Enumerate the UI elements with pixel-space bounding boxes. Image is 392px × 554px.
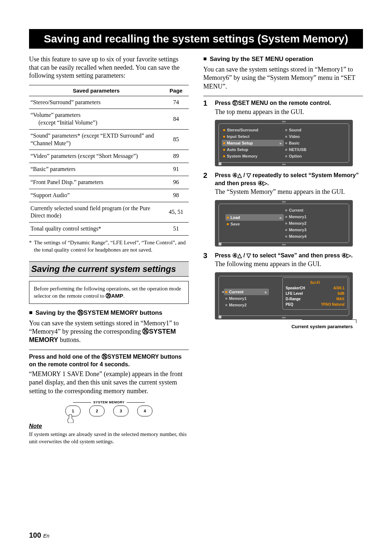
circled-num-icon: ④ xyxy=(232,252,237,258)
table-row: “Basic” parameters91 xyxy=(29,163,189,176)
step-instruction: Press ④△ / ▽ to select “Save” and then p… xyxy=(215,252,363,260)
gui-menu-item: Memory3 xyxy=(284,227,346,233)
finger-press-icon xyxy=(67,414,74,423)
circled-num-icon: ㉖ xyxy=(102,354,107,360)
mem-buttons-label: SYSTEM MEMORY xyxy=(65,400,152,404)
section-title: Saving the current system settings xyxy=(29,261,189,277)
gui-menu-item: Sound xyxy=(284,127,346,133)
instruction: Press and hold one of the ㉖SYSTEM MEMORY… xyxy=(29,353,189,368)
gui-screenshot-top-menu: Stereo/Surround Input Select Manual Setu… xyxy=(215,120,353,166)
right-column: ■ Saving by the SET MENU operation You c… xyxy=(203,55,363,445)
left-column: Use this feature to save up to six of yo… xyxy=(29,55,189,445)
step-text: The “System Memory” menu appears in the … xyxy=(215,188,363,196)
page-banner: Saving and recalling the system settings… xyxy=(29,29,363,49)
down-triangle-icon: ▽ xyxy=(246,252,251,258)
gui-menu-item: Auto Setup xyxy=(222,146,284,153)
cell-param: “Stereo/Surround” parameters xyxy=(29,96,163,109)
system-memory-buttons-diagram: SYSTEM MEMORY 1 2 3 4 xyxy=(65,400,152,416)
footnote-star: * xyxy=(29,239,32,253)
step-number: 2 xyxy=(203,171,210,196)
gui-menu-item: Option xyxy=(284,153,346,159)
table-row: Currently selected sound field program (… xyxy=(29,202,189,223)
home-icon xyxy=(219,243,221,245)
down-triangle-icon: ▽ xyxy=(246,172,251,178)
table-row: “Stereo/Surround” parameters74 xyxy=(29,96,189,109)
gui-menu-item: NET/USB xyxy=(284,146,346,153)
table-row: “Sound” parameters* (except “EXTD Surrou… xyxy=(29,129,189,150)
cell-param: “Volume” parameters(except “Initial Volu… xyxy=(29,109,163,130)
gui-menu-item: Basic xyxy=(284,140,346,146)
gui-menu-item: Memory4 xyxy=(284,233,346,240)
cell-page: 89 xyxy=(163,150,189,163)
th-params: Saved parameters xyxy=(29,85,163,96)
up-triangle-icon: △ xyxy=(237,172,242,178)
chevron-right-icon: ▸ xyxy=(265,290,267,294)
chevron-right-icon: ▸ xyxy=(280,141,282,145)
gui-menu-item: Memory1 xyxy=(284,213,346,220)
gui-screenshot-save: ◂ Current▸ Memory1 Memory2 Sci-Fi Speake… xyxy=(215,272,353,319)
cell-page: 91 xyxy=(163,163,189,176)
cell-param: “Sound” parameters* (except “EXTD Surrou… xyxy=(29,129,163,150)
gui-menu-item: Memory2 xyxy=(224,302,269,308)
gui-menu-item: Current xyxy=(284,207,346,213)
note-text: If system settings are already saved in … xyxy=(29,431,189,445)
cell-param: “Video” parameters (except “Short Messag… xyxy=(29,150,163,163)
gui-menu-item: Save xyxy=(225,221,284,227)
gui-menu-item-selected: Load▸ xyxy=(225,214,284,221)
cell-param: Currently selected sound field program (… xyxy=(29,202,163,223)
circled-num-icon: ⑰ xyxy=(232,100,238,106)
cell-param: Tonal quality control settings* xyxy=(29,223,163,236)
circled-num-icon: ㉖ xyxy=(77,309,83,316)
up-triangle-icon: △ xyxy=(237,252,242,258)
step-text: The top menu appears in the GUI. xyxy=(215,108,363,116)
subheading-system-memory-buttons: ■ Saving by the ㉖SYSTEM MEMORY buttons xyxy=(29,309,189,317)
note-box: Before performing the following operatio… xyxy=(29,281,189,304)
cell-page: 98 xyxy=(163,189,189,202)
gui-menu-item: Stereo/Surround xyxy=(222,127,284,133)
cell-page: 84 xyxy=(163,109,189,130)
cell-param: “Basic” parameters xyxy=(29,163,163,176)
step-2: 2 Press ④△ / ▽ repeatedly to select “Sys… xyxy=(203,171,363,196)
cell-param: “Support Audio” xyxy=(29,189,163,202)
square-bullet-icon: ■ xyxy=(203,56,207,63)
chevron-left-icon: ◂ xyxy=(222,289,224,293)
gui-menu-item: Memory2 xyxy=(284,220,346,227)
square-bullet-icon: ■ xyxy=(29,310,33,317)
params-table: Saved parameters Page “Stereo/Surround” … xyxy=(29,85,189,236)
chevron-right-icon: ▸ xyxy=(280,215,282,219)
cell-page: 96 xyxy=(163,176,189,189)
gui-menu-item-selected: Manual Setup▸ xyxy=(222,140,284,146)
circled-num-icon: ⑳ xyxy=(106,293,111,299)
gui-info-panel: Sci-Fi SpeakerCH4/3/0.1 LFE Level0dB D-R… xyxy=(282,277,348,310)
home-icon xyxy=(219,315,221,318)
footnote-text: The settings of “Dynamic Range”, “LFE Le… xyxy=(34,239,189,253)
cell-page: 51 xyxy=(163,223,189,236)
cell-page: 45, 51 xyxy=(163,202,189,223)
memory-button-2: 2 xyxy=(89,406,105,416)
step-1: 1 Press ⑰SET MENU on the remote control.… xyxy=(203,99,363,116)
step-text: The following menu appears in the GUI. xyxy=(215,260,363,268)
gui-menu-item: Video xyxy=(284,133,346,140)
note-label: Note xyxy=(29,423,189,429)
gui-menu-item-selected: Current▸ xyxy=(224,289,269,295)
body-text: You can save the system settings stored … xyxy=(29,319,189,345)
step-3: 3 Press ④△ / ▽ to select “Save” and then… xyxy=(203,252,363,269)
gui-info-title: Sci-Fi xyxy=(286,280,344,285)
gui-menu-item: Input Select xyxy=(222,133,284,140)
subheading-set-menu: ■ Saving by the SET MENU operation xyxy=(203,55,363,63)
gui-menu-item: Memory1 xyxy=(224,295,269,302)
divider xyxy=(29,350,189,350)
divider xyxy=(203,96,363,96)
right-triangle-icon: ▷ xyxy=(263,180,267,186)
home-icon xyxy=(219,162,221,165)
th-page: Page xyxy=(163,85,189,96)
step-number: 1 xyxy=(203,99,210,116)
table-row: “Video” parameters (except “Short Messag… xyxy=(29,150,189,163)
table-row: Tonal quality control settings*51 xyxy=(29,223,189,236)
cell-page: 74 xyxy=(163,96,189,109)
body-text: “MEMORY 1 SAVE Done” (example) appears i… xyxy=(29,370,189,395)
circled-num-icon: ④ xyxy=(232,172,237,178)
cell-param: “Front Panel Disp.” parameters xyxy=(29,176,163,189)
step-instruction: Press ⑰SET MENU on the remote control. xyxy=(215,99,363,107)
table-row: “Volume” parameters(except “Initial Volu… xyxy=(29,109,189,130)
